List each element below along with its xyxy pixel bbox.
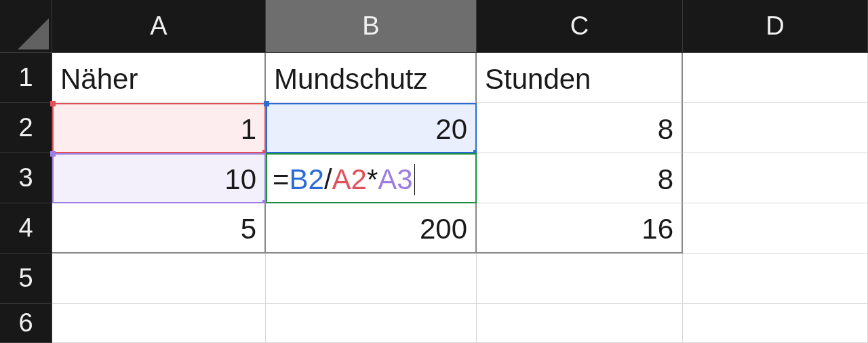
formula-eq: = [273,163,290,196]
row-header-3[interactable]: 3 [0,153,52,203]
cell-C4[interactable]: 16 [477,203,683,254]
cell-B6[interactable] [266,304,477,343]
cell-B3-editing[interactable]: =B2/A2*A3 [266,153,477,203]
cell-A6[interactable] [52,304,266,343]
formula-mul: * [367,163,378,196]
cell-A4[interactable]: 5 [52,203,266,254]
text-caret [414,164,415,195]
formula-ref-B2: B2 [290,163,324,196]
cell-D6[interactable] [683,304,868,343]
spreadsheet-grid: A B C D 1 Näher Mundschutz Stunden 2 1 2… [0,0,868,343]
row-header-4[interactable]: 4 [0,203,52,254]
cell-B2[interactable]: 20 [266,103,477,153]
cell-C6[interactable] [477,304,683,343]
row-header-6[interactable]: 6 [0,304,52,343]
row-header-2[interactable]: 2 [0,103,52,153]
row-header-1[interactable]: 1 [0,53,52,103]
formula-ref-A2: A2 [332,163,367,196]
col-header-B[interactable]: B [266,0,477,53]
cell-B4[interactable]: 200 [266,203,477,254]
col-header-C[interactable]: C [477,0,683,53]
cell-A3[interactable]: 10 [52,153,266,203]
cell-B5[interactable] [266,254,477,304]
cell-A2[interactable]: 1 [52,103,266,153]
cell-D4[interactable] [683,203,868,254]
cell-A1[interactable]: Näher [52,53,266,103]
col-header-D[interactable]: D [683,0,868,53]
select-all-corner[interactable] [0,0,52,53]
cell-C5[interactable] [477,254,683,304]
cell-A5[interactable] [52,254,266,304]
cell-D1[interactable] [683,53,868,103]
cell-C2[interactable]: 8 [477,103,683,153]
col-header-A[interactable]: A [52,0,266,53]
cell-D2[interactable] [683,103,868,153]
cell-B1[interactable]: Mundschutz [266,53,477,103]
cell-D5[interactable] [683,254,868,304]
formula-div: / [324,163,332,196]
cell-C1[interactable]: Stunden [477,53,683,103]
row-header-5[interactable]: 5 [0,254,52,304]
cell-C3[interactable]: 8 [477,153,683,203]
formula-ref-A3: A3 [378,163,412,196]
cell-D3[interactable] [683,153,868,203]
